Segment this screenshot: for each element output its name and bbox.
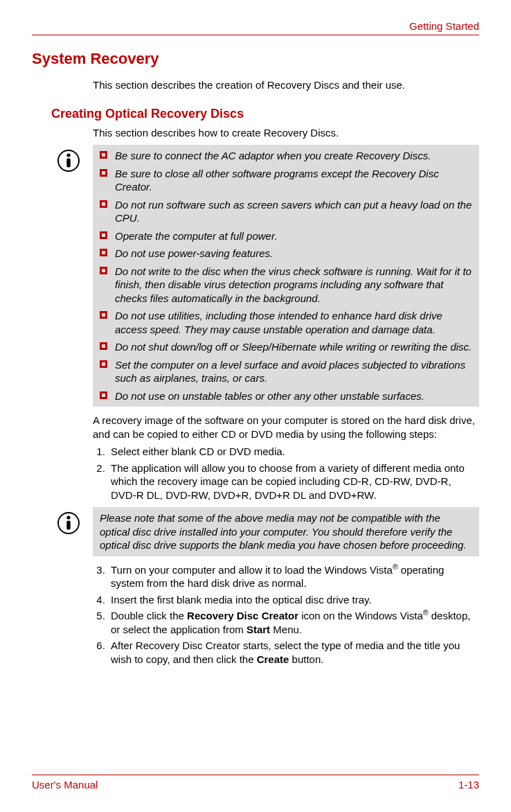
note-item-text: Do not run software such as screen saver… [115,199,472,224]
note-item: Set the computer on a level surface and … [100,358,472,385]
after-note-wrap: A recovery image of the software on your… [93,414,479,441]
steps-list-a: Select either blank CD or DVD media. The… [93,445,479,502]
note-paragraph: Please note that some of the above media… [100,511,472,552]
heading-creating-discs: Creating Optical Recovery Discs [51,106,479,122]
note-item-text: Do not use power-saving features. [115,247,273,259]
svg-point-4 [66,516,70,520]
note-item: Do not shut down/log off or Sleep/Hibern… [100,340,472,354]
heading-system-recovery: System Recovery [32,49,479,69]
step-item-2: The application will allow you to choose… [108,461,479,502]
step-text-part: Double click the [111,610,187,621]
header-rule [32,35,479,35]
note-item-text: Operate the computer at full power. [115,230,278,242]
footer-right: 1-13 [458,778,479,792]
registered-mark: ® [423,608,429,617]
step-item-4: Insert the first blank media into the op… [108,593,479,607]
square-bullet-icon [100,200,107,208]
footer-left: User's Manual [32,778,98,792]
step-item-1: Select either blank CD or DVD media. [108,445,479,459]
sub-intro-wrap: This section describes how to create Rec… [93,126,479,140]
note-item-text: Do not use utilities, including those in… [115,310,442,335]
square-bullet-icon [100,391,107,399]
note-item: Be sure to connect the AC adaptor when y… [100,149,472,163]
page-footer: User's Manual 1-13 [32,775,479,792]
info-icon [57,149,80,173]
note-item: Do not run software such as screen saver… [100,198,472,225]
note-item-text: Be sure to close all other software prog… [115,168,439,193]
step-text-bold: Recovery Disc Creator [187,610,298,621]
note-item: Do not use power-saving features. [100,247,472,261]
note-list: Be sure to connect the AC adaptor when y… [100,149,472,403]
sub-intro-paragraph: This section describes how to create Rec… [93,126,479,140]
step-text-part: icon on the Windows Vista [298,610,423,621]
svg-rect-5 [66,521,70,530]
note-item: Do not use utilities, including those in… [100,309,472,336]
square-bullet-icon [100,151,107,159]
square-bullet-icon [100,360,107,368]
note-item-text: Set the computer on a level surface and … [115,359,465,385]
note-item-text: Be sure to connect the AC adaptor when y… [115,150,431,161]
intro-paragraph-wrap: This section describes the creation of R… [93,78,479,92]
note-item-text: Do not shut down/log off or Sleep/Hibern… [115,341,472,353]
registered-mark: ® [393,563,398,571]
note-block-precautions: Be sure to connect the AC adaptor when y… [93,145,479,407]
info-icon [57,511,80,535]
square-bullet-icon [100,231,107,239]
running-header: Getting Started [32,19,479,35]
step-text: Select either blank CD or DVD media. [111,445,285,457]
step-item-5: Double click the Recovery Disc Creator i… [108,609,479,636]
running-header-title: Getting Started [32,19,479,33]
square-bullet-icon [100,342,107,350]
after-note-paragraph: A recovery image of the software on your… [93,414,479,441]
svg-point-1 [66,154,70,157]
step-text-bold: Create [257,653,289,665]
note-item-text: Do not use on unstable tables or other a… [115,390,424,402]
note-item: Do not use on unstable tables or other a… [100,389,472,403]
square-bullet-icon [100,267,107,274]
note-item: Be sure to close all other software prog… [100,167,472,194]
step-text: Insert the first blank media into the op… [111,594,372,606]
note-item-text: Do not write to the disc when the virus … [115,265,472,304]
note-item: Operate the computer at full power. [100,229,472,243]
intro-paragraph: This section describes the creation of R… [93,78,479,92]
square-bullet-icon [100,311,107,319]
footer-rule [32,775,479,775]
step-text-part: button. [289,653,323,665]
step-item-3: Turn on your computer and allow it to lo… [108,563,479,590]
svg-rect-2 [66,159,70,168]
step-text-part: Menu. [270,624,302,635]
step-item-6: After Recovery Disc Creator starts, sele… [108,639,479,666]
note-block-media-compat: Please note that some of the above media… [93,507,479,556]
steps-list-b: Turn on your computer and allow it to lo… [93,563,479,667]
square-bullet-icon [100,249,107,256]
step-text-bold: Start [246,624,270,635]
step-text-part: Turn on your computer and allow it to lo… [111,564,393,576]
step-text: The application will allow you to choose… [111,462,465,501]
square-bullet-icon [100,169,107,177]
note-item: Do not write to the disc when the virus … [100,265,472,306]
